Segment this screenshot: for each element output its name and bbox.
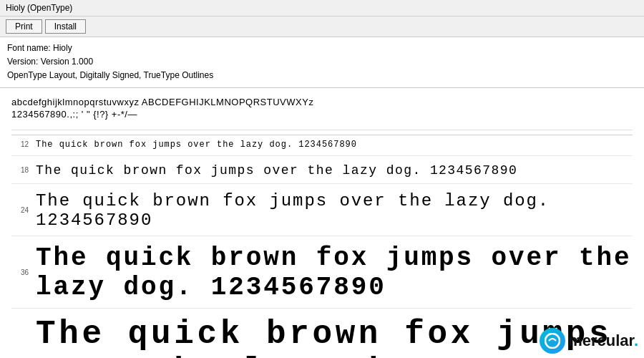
sample-text-24: The quick brown fox jumps over the lazy … — [36, 191, 633, 230]
sample-text-18: The quick brown fox jumps over the lazy … — [36, 163, 517, 178]
font-details: OpenType Layout, Digitally Signed, TrueT… — [7, 69, 637, 82]
font-name: Font name: Hioly — [7, 42, 637, 55]
char-display: abcdefghijklmnopqrstuvwxyz ABCDEFGHIJKLM… — [11, 97, 633, 130]
title-text: Hioly (OpenType) — [6, 3, 72, 13]
sample-row-36: 36 The quick brown fox jumps over the la… — [11, 243, 633, 309]
main-content: abcdefghijklmnopqrstuvwxyz ABCDEFGHIJKLM… — [0, 88, 644, 358]
numbers-line: 1234567890.,:; ' " {!?} +-*/— — [11, 109, 633, 120]
sample-row-24: 24 The quick brown fox jumps over the la… — [11, 191, 633, 236]
alphabet-line: abcdefghijklmnopqrstuvwxyz ABCDEFGHIJKLM… — [11, 97, 633, 107]
info-panel: Font name: Hioly Version: Version 1.000 … — [0, 37, 644, 88]
mercular-dot: . — [634, 332, 638, 349]
sample-row-18: 18 The quick brown fox jumps over the la… — [11, 163, 633, 184]
sample-row-12: 12 The quick brown fox jumps over the la… — [11, 140, 633, 156]
mercular-icon-svg — [545, 333, 560, 349]
size-label-36: 36 — [11, 268, 29, 276]
mercular-text: mercular. — [568, 332, 638, 350]
font-version: Version: Version 1.000 — [7, 55, 637, 69]
mercular-logo: mercular. — [540, 328, 638, 354]
sample-text-36: The quick brown fox jumps over the lazy … — [36, 243, 633, 302]
toolbar: Print Install — [0, 16, 644, 37]
size-label-24: 24 — [11, 206, 29, 214]
sample-text-12: The quick brown fox jumps over the lazy … — [36, 140, 357, 150]
divider — [11, 135, 633, 135]
title-bar: Hioly (OpenType) — [0, 0, 644, 16]
print-button[interactable]: Print — [6, 19, 42, 34]
size-label-12: 12 — [11, 140, 29, 148]
install-button[interactable]: Install — [45, 19, 86, 34]
mercular-circle-icon — [540, 328, 565, 354]
size-label-18: 18 — [11, 166, 29, 174]
svg-point-0 — [545, 334, 560, 348]
